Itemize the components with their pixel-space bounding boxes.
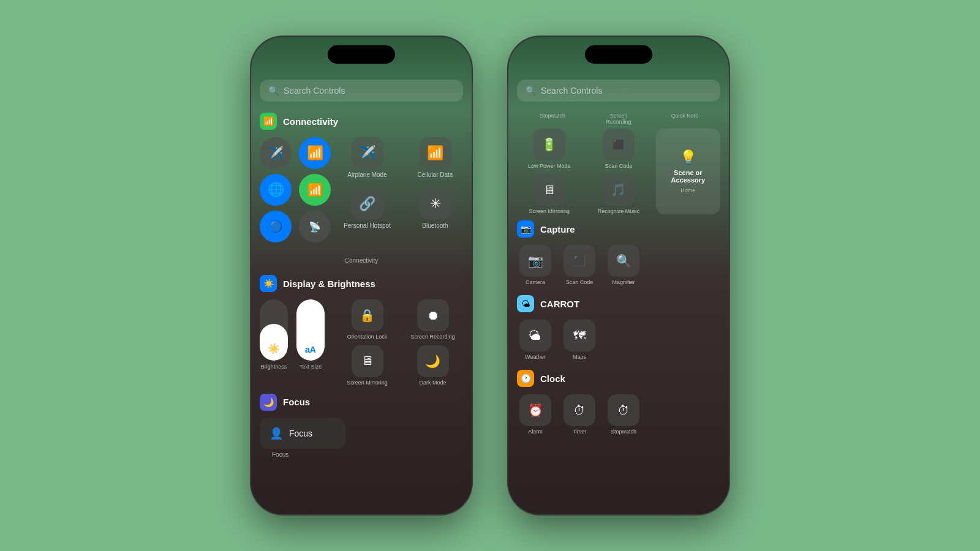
stopwatch-item[interactable]: ⏱ Stopwatch [608, 394, 639, 435]
display-title: Display & Brightness [283, 279, 375, 289]
screen-mirroring-right-label: Screen Mirroring [529, 208, 570, 214]
hotspot-label: Personal Hotspot [344, 222, 391, 229]
search-bar-right[interactable]: 🔍 Search Controls [517, 80, 720, 102]
focus-item-label: Focus [289, 429, 312, 438]
airplane-mode-item[interactable]: ✈️ Airplane Mode [339, 137, 395, 178]
maps-item[interactable]: 🗺 Maps [564, 320, 595, 360]
scene-accessory-tile[interactable]: 💡 Scene or Accessory Home [656, 129, 720, 214]
textsize-slider-col: aA Text Size [296, 299, 325, 370]
capture-header: 📷 Capture [517, 220, 720, 238]
weather-item[interactable]: 🌥 Weather [519, 320, 551, 360]
weather-label: Weather [525, 354, 546, 360]
clock-title: Clock [540, 373, 565, 384]
scan-code-top-item[interactable]: ⬛ Scan Code [586, 129, 650, 169]
stopwatch-top-label: Stopwatch [534, 113, 571, 125]
search-label-left: Search Controls [284, 86, 345, 96]
carrot-header: 🌤 CARROT [517, 295, 720, 312]
screen-recording-top-label: Screen Recording [600, 113, 637, 125]
carrot-section-icon: 🌤 [517, 295, 534, 312]
screen-mirroring-right-item[interactable]: 🖥 Screen Mirroring [517, 174, 581, 214]
cellular-label: Cellular Data [418, 171, 453, 178]
capture-section-icon: 📷 [517, 220, 534, 238]
dynamic-island-right [585, 45, 652, 64]
dynamic-island-left [328, 45, 395, 64]
search-icon-left: 🔍 [268, 86, 279, 96]
connectivity-sublabel: Connectivity [260, 257, 463, 264]
alarm-label: Alarm [528, 429, 543, 435]
timer-label: Timer [573, 429, 587, 435]
textsize-icon: aA [305, 345, 316, 354]
carrot-grid: 🌥 Weather 🗺 Maps [517, 320, 720, 360]
brightness-slider-col: ☀️ Brightness [260, 299, 288, 370]
cellular-icon[interactable]: 📶 [299, 174, 331, 206]
recognize-music-item[interactable]: 🎵 Recognize Music [586, 174, 650, 214]
search-label-right: Search Controls [541, 86, 602, 96]
search-icon-right: 🔍 [526, 86, 536, 96]
scene-bulb-icon: 💡 [680, 149, 696, 165]
capture-title: Capture [540, 224, 575, 234]
magnifier-label: Magnifier [612, 279, 635, 285]
connectivity-section-icon: 📶 [260, 113, 277, 130]
cellular-data-item[interactable]: 📶 Cellular Data [407, 137, 463, 178]
hotspot-item[interactable]: 🔗 Personal Hotspot [339, 188, 395, 229]
focus-item[interactable]: 👤 Focus [260, 418, 345, 449]
slider-section: ☀️ Brightness aA Text Size [260, 299, 463, 386]
connectivity-title: Connectivity [283, 116, 338, 127]
screen-recording-item[interactable]: ⏺ Screen Recording [402, 299, 463, 340]
orientation-lock-label: Orientation Lock [347, 334, 388, 340]
capture-grid: 📷 Camera ⬛ Scan Code 🔍 Magnifier [517, 245, 720, 285]
scene-accessory-label: Scene or Accessory [662, 169, 714, 184]
bluetooth-item[interactable]: ✳ Bluetooth [407, 188, 463, 229]
bluetooth-icon[interactable]: 🔵 [260, 211, 292, 242]
display-section-icon: ☀️ [260, 275, 277, 292]
low-power-label: Low Power Mode [528, 163, 571, 169]
magnifier-item[interactable]: 🔍 Magnifier [608, 245, 639, 285]
clock-header: 🕐 Clock [517, 370, 720, 387]
display-header: ☀️ Display & Brightness [260, 275, 463, 292]
scan-code-capture-item[interactable]: ⬛ Scan Code [564, 245, 595, 285]
airplane-mode-icon[interactable]: ✈️ [260, 137, 292, 169]
focus-person-icon: 👤 [270, 427, 283, 440]
left-phone: 🔍 Search Controls 📶 Connectivity ✈️ 📶 🌐 … [251, 37, 472, 514]
connectivity-grid: ✈️ 📶 🌐 📶 🔵 📡 ✈️ Airplane Mode [260, 137, 463, 242]
alarm-item[interactable]: ⏰ Alarm [519, 394, 551, 435]
brightness-label: Brightness [261, 364, 287, 370]
clock-grid: ⏰ Alarm ⏱ Timer ⏱ Stopwatch [517, 394, 720, 435]
focus-sublabel: Focus [272, 451, 288, 458]
quick-note-top-label: Quick Note [666, 113, 703, 125]
timer-item[interactable]: ⏱ Timer [564, 394, 595, 435]
airdrop-icon[interactable]: 📡 [299, 211, 331, 242]
screen-recording-label: Screen Recording [410, 334, 454, 340]
wifi-icon2[interactable]: 🌐 [260, 174, 292, 206]
brightness-icon: ☀️ [268, 343, 280, 354]
screen-mirroring-item[interactable]: 🖥 Screen Mirroring [337, 345, 398, 386]
clock-section: 🕐 Clock ⏰ Alarm ⏱ Timer ⏱ Stopwat [517, 370, 720, 435]
camera-item[interactable]: 📷 Camera [519, 245, 551, 285]
dark-mode-item[interactable]: 🌙 Dark Mode [402, 345, 463, 386]
stopwatch-label: Stopwatch [611, 429, 636, 435]
orientation-lock-item[interactable]: 🔒 Orientation Lock [337, 299, 398, 340]
dark-mode-label: Dark Mode [419, 380, 446, 386]
scan-code-capture-label: Scan Code [566, 279, 594, 285]
scan-code-top-label: Scan Code [605, 163, 633, 169]
low-power-mode-item[interactable]: 🔋 Low Power Mode [517, 129, 581, 169]
home-sublabel: Home [680, 187, 695, 193]
maps-label: Maps [573, 354, 586, 360]
carrot-title: CARROT [540, 299, 579, 309]
airplane-label: Airplane Mode [347, 171, 386, 178]
textsize-slider[interactable]: aA [296, 299, 325, 361]
connectivity-cluster: ✈️ 📶 🌐 📶 🔵 📡 [260, 137, 333, 242]
brightness-slider[interactable]: ☀️ [260, 299, 288, 361]
top-labels-row: Stopwatch Screen Recording Quick Note [517, 113, 720, 125]
screen-mirroring-label: Screen Mirroring [347, 380, 388, 386]
focus-section-icon: 🌙 [260, 394, 277, 411]
carrot-section: 🌤 CARROT 🌥 Weather 🗺 Maps [517, 295, 720, 360]
focus-header: 🌙 Focus [260, 394, 463, 411]
home-grid: 🔋 Low Power Mode ⬛ Scan Code 💡 Scene or … [517, 129, 720, 214]
search-bar-left[interactable]: 🔍 Search Controls [260, 80, 463, 102]
wifi-icon[interactable]: 📶 [299, 137, 331, 169]
capture-section: 📷 Capture 📷 Camera ⬛ Scan Code 🔍 [517, 220, 720, 285]
connectivity-right-items: ✈️ Airplane Mode 📶 Cellular Data 🔗 Perso… [339, 137, 463, 242]
recognize-music-label: Recognize Music [598, 208, 640, 214]
camera-label: Camera [526, 279, 545, 285]
